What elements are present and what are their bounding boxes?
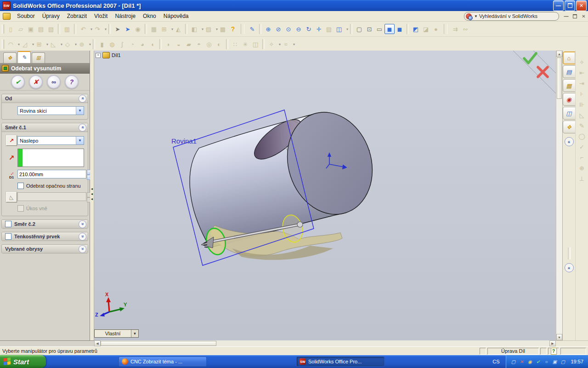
save-button[interactable]: ▣ (26, 24, 36, 34)
motion-button[interactable]: ∾ (460, 24, 470, 34)
lofted-boss-button[interactable]: ◔ (127, 39, 137, 49)
tray-volume-icon[interactable]: ◉ (526, 358, 533, 365)
section-view-button[interactable]: ◪ (421, 24, 431, 34)
pm-help-button[interactable]: ? (65, 75, 79, 89)
document-menu-icon[interactable] (3, 13, 11, 20)
restore-button[interactable] (565, 0, 575, 11)
propertymanager-tab[interactable]: ✎ (17, 51, 31, 63)
chamfer-button[interactable]: ◿ (20, 39, 30, 49)
zoom-to-selection-button[interactable]: ⊖ (294, 24, 304, 34)
zoom-in-out-button[interactable]: ⊙ (283, 24, 294, 34)
fly-through-button[interactable]: ⇉ (450, 24, 460, 34)
shell-button[interactable]: ◇ (62, 39, 73, 49)
extruded-cut-button[interactable]: ◕ (137, 39, 147, 49)
featuremanager-tab[interactable]: ❖ (3, 52, 17, 63)
hidden-lines-removed-button[interactable]: ▭ (374, 24, 384, 34)
start-button[interactable]: Start (0, 355, 46, 368)
view-scale-select[interactable]: Vlastní ▼ (94, 329, 139, 338)
deform-button[interactable]: ◐ (214, 39, 224, 49)
hidden-lines-visible-button[interactable]: ⊡ (364, 24, 374, 34)
task-pane-grip[interactable] (568, 247, 571, 259)
part-tree-label[interactable]: Díl1 (112, 52, 121, 58)
circular-pattern-button[interactable]: ✳ (240, 39, 250, 49)
tray-messenger-icon[interactable]: ▢ (560, 358, 566, 365)
standard-views-button[interactable]: ▧ (324, 24, 334, 34)
from-group-header[interactable]: Od « (2, 94, 88, 103)
texture-button[interactable]: ▨ (204, 24, 214, 34)
ordinate-dimension-button[interactable]: ⊦ (577, 89, 587, 99)
vertical-dimension-button[interactable]: ⇥ (577, 78, 587, 88)
hole-wizard-button[interactable]: ⊚ (77, 39, 87, 49)
mdi-minimize-button[interactable]: — (562, 13, 570, 20)
draft-on-off-button[interactable]: ◺ (6, 192, 17, 202)
ok-button[interactable]: ✔ (11, 75, 25, 89)
undo-button[interactable]: ↶ (78, 24, 88, 34)
menu-item[interactable]: Vložit (90, 12, 111, 21)
revolved-cut-button[interactable]: ◖ (147, 39, 158, 49)
mdi-close-button[interactable]: ✕ (580, 13, 588, 20)
tray-display-icon[interactable]: ▢ (510, 358, 516, 365)
thin-feature-group-header[interactable]: Tenkostěnný prvek « (2, 232, 88, 241)
depth-input[interactable] (17, 170, 86, 178)
help-button[interactable]: ? (228, 24, 238, 34)
horizontal-dimension-button[interactable]: ⇤ (577, 68, 587, 78)
redo-button[interactable]: ↷ (92, 24, 102, 34)
vertical-scroll-thumb[interactable] (557, 58, 562, 99)
chevron-down-icon[interactable]: ▼ (76, 137, 84, 144)
shadows-button[interactable]: ◩ (411, 24, 421, 34)
solidworks-resources-tab[interactable]: ⌂ (563, 52, 576, 64)
edit-color-button[interactable]: ◧ (189, 24, 199, 34)
swept-boss-button[interactable]: ∫ (117, 39, 127, 49)
chevron-down-icon[interactable]: ▼ (131, 330, 138, 337)
scroll-right-icon[interactable]: ▶ (549, 340, 556, 346)
selection-toggle-button[interactable]: ◉ (133, 24, 143, 34)
rib-button[interactable]: ⊞ (34, 39, 44, 49)
menu-item[interactable]: Zobrazit (63, 12, 90, 21)
mdi-restore-button[interactable] (571, 13, 579, 20)
thicken-button[interactable]: ▰ (184, 39, 194, 49)
baseline-dimension-button[interactable]: ⊪ (577, 99, 587, 109)
collapse-chevron-icon[interactable]: « (79, 124, 86, 132)
menu-item[interactable]: Nápověda (160, 12, 192, 21)
tray-app-icon[interactable]: ▣ (551, 358, 558, 365)
edit-material-button[interactable]: ▩ (218, 24, 228, 34)
shaded-button[interactable]: ◼ (395, 24, 405, 34)
view-orientation-button[interactable]: ◫ (334, 24, 344, 34)
revolved-boss-button[interactable]: ◍ (107, 39, 117, 49)
new-file-button[interactable]: ▯ (6, 24, 16, 34)
selection-filter-button[interactable]: ➤ (123, 24, 133, 34)
linear-pattern-button[interactable]: ∷ (230, 39, 240, 49)
datum-feature-button[interactable]: ⊥ (577, 173, 587, 184)
tray-security-icon[interactable]: ✔ (535, 358, 541, 365)
expand-chevron-icon[interactable]: « (79, 233, 86, 241)
zoom-to-fit-button[interactable]: ⊕ (263, 24, 273, 34)
shaded-with-edges-button[interactable]: ◼ (384, 24, 395, 34)
smart-dimension-button[interactable]: ✧ (577, 57, 587, 67)
view-palette-tab[interactable]: ◫ (563, 107, 576, 120)
menu-item[interactable]: Soubor (13, 12, 39, 21)
start-condition-select[interactable]: Rovina skici ▼ (17, 106, 84, 115)
direction2-group-header[interactable]: Směr č.2 « (2, 220, 88, 228)
tray-network-error-icon[interactable]: ✕ (518, 358, 525, 365)
quick-tips-icon[interactable]: ? (551, 348, 557, 355)
direction2-checkbox[interactable] (5, 221, 11, 227)
zoom-to-area-button[interactable]: ⊘ (273, 24, 283, 34)
close-button[interactable]: ✕ (576, 0, 587, 11)
menu-item[interactable]: Okno (139, 12, 160, 21)
wireframe-button[interactable]: ▢ (354, 24, 364, 34)
curves-button[interactable]: ≈ (281, 39, 291, 49)
tree-expander[interactable]: + (96, 53, 101, 58)
mass-properties-button[interactable]: ◭ (173, 24, 183, 34)
camera-view-button[interactable]: ● (431, 24, 441, 34)
open-file-button[interactable]: ▱ (16, 24, 26, 34)
scroll-up-icon[interactable]: ▲ (556, 51, 562, 57)
rotate-view-button[interactable]: ↻ (304, 24, 314, 34)
weld-symbol-button[interactable]: ⌐ (577, 152, 587, 162)
scroll-down-icon[interactable]: ▼ (556, 334, 562, 340)
balloon-button[interactable]: ◯ (577, 131, 587, 141)
geometric-tolerance-button[interactable]: ⊕ (577, 163, 587, 173)
lofted-cut-button[interactable]: ◒ (174, 39, 184, 49)
file-explorer-tab[interactable]: ▦ (563, 79, 576, 92)
dome-button[interactable]: ◓ (194, 39, 204, 49)
make-drawing-from-part-button[interactable]: ▤ (36, 24, 46, 34)
